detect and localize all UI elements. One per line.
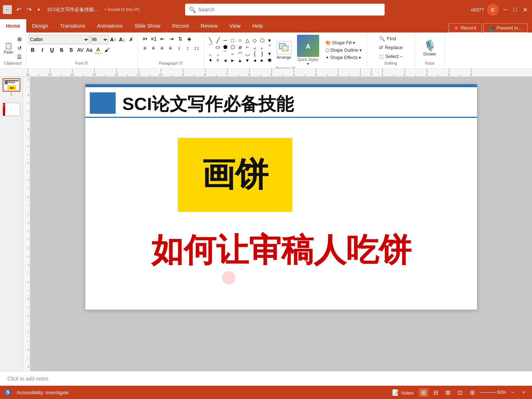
user-avatar[interactable]: C	[487, 4, 499, 16]
charspace-button[interactable]: AV	[76, 46, 85, 54]
undo-button[interactable]: ↶	[15, 6, 23, 14]
numbering-button[interactable]: ≡1	[150, 35, 158, 43]
shape-item[interactable]: ⌒	[221, 50, 229, 57]
shape-item[interactable]: ╱	[214, 37, 222, 44]
convert-to-smartart-button[interactable]: ◈	[185, 35, 193, 43]
view-slide-sorter-button[interactable]: ⊟	[431, 388, 440, 397]
shadow-button[interactable]: S	[67, 45, 76, 54]
shape-item[interactable]: ▾	[266, 50, 274, 57]
slide-title[interactable]: SCI论文写作必备技能	[122, 92, 294, 116]
maximize-button[interactable]: □	[512, 6, 518, 14]
shape-item[interactable]: ⬡	[258, 37, 266, 44]
yellow-box[interactable]: 画饼	[178, 138, 292, 212]
slide-thumb-2[interactable]: 文	[3, 103, 20, 116]
tab-transitions[interactable]: Transitions	[54, 19, 91, 33]
notes-bar[interactable]: Click to add notes	[0, 371, 532, 386]
align-right-button[interactable]: ≡	[158, 44, 166, 52]
shape-fill-button[interactable]: 🎨 Shape Fill▾	[324, 40, 363, 46]
slide-blue-rectangle[interactable]	[90, 92, 116, 114]
present-button[interactable]: 📺 Present in...	[483, 23, 528, 33]
slide-thumbnail[interactable]: SCI论文 画饼 如何让审稿人吃饼 1	[3, 78, 20, 92]
shape-item[interactable]: ⌣	[229, 50, 237, 57]
shape-item[interactable]: ◡	[243, 50, 252, 57]
shape-item[interactable]: ╲	[207, 37, 215, 44]
shape-item[interactable]: ⌒	[207, 44, 215, 50]
shape-item[interactable]: {	[251, 50, 259, 57]
quick-styles-preview[interactable]: A	[297, 35, 319, 57]
decrease-font-button[interactable]: A↓	[118, 35, 126, 44]
find-button[interactable]: 🔍 Find	[377, 35, 405, 42]
font-name-select[interactable]: Calibri	[28, 35, 89, 44]
replace-button[interactable]: ⇄ Replace	[377, 44, 405, 51]
shape-item[interactable]: ⌐	[243, 44, 252, 50]
slide-area[interactable]: SCI论文写作必备技能 画饼 如何让审稿人吃饼	[30, 77, 532, 371]
shape-item[interactable]: ▾	[266, 37, 274, 44]
zoom-out-button[interactable]: −	[509, 388, 516, 396]
slide-canvas[interactable]: SCI论文写作必备技能 画饼 如何让审稿人吃饼	[85, 84, 477, 310]
shape-item[interactable]: ✱	[266, 57, 274, 64]
font-expand-icon[interactable]: ⊡	[85, 61, 88, 65]
shape-item[interactable]: ─	[221, 37, 229, 44]
shape-item[interactable]: ◇	[251, 37, 259, 44]
search-box[interactable]: 🔍	[185, 4, 385, 16]
tab-animations[interactable]: Animations	[91, 19, 128, 33]
clear-format-button[interactable]: ✗	[127, 35, 135, 44]
text-direction-button[interactable]: ⇅	[176, 35, 184, 43]
tab-help[interactable]: Help	[246, 19, 269, 33]
shape-effects-button[interactable]: ✦ Shape Effects▾	[324, 54, 363, 61]
tab-slideshow[interactable]: Slide Show	[129, 19, 166, 33]
tab-design[interactable]: Design	[26, 19, 54, 33]
strikethrough-button[interactable]: S	[57, 45, 66, 54]
shape-item[interactable]: }	[258, 50, 266, 57]
add-remove-space-button[interactable]: ↕↕	[192, 44, 201, 52]
align-left-button[interactable]: ≡	[141, 44, 149, 52]
zoom-slider[interactable]: ───── 60%	[480, 390, 506, 395]
fit-slide-button[interactable]: ⊞	[468, 388, 477, 397]
accessibility-label[interactable]: Accessibility: Investigate	[17, 390, 69, 395]
redo-button[interactable]: ↷	[25, 6, 33, 14]
back-button[interactable]: ←	[3, 5, 12, 14]
shape-item[interactable]: ◞	[214, 50, 222, 57]
shape-item[interactable]: ▸	[258, 57, 266, 64]
shape-item[interactable]: ⌞	[258, 44, 266, 50]
shape-item[interactable]: ▸	[229, 57, 237, 64]
shape-outline-button[interactable]: ⬡ Shape Outline▾	[324, 47, 363, 54]
line-spacing-button[interactable]: ↕	[184, 44, 192, 52]
shape-item[interactable]: ◠	[236, 50, 244, 57]
zoom-in-button[interactable]: +	[520, 388, 528, 396]
shape-item[interactable]: ⌟	[251, 44, 259, 50]
minimize-button[interactable]: ─	[502, 6, 509, 14]
justify-button[interactable]: ≡	[166, 44, 174, 52]
shape-item[interactable]: ⌀	[236, 44, 244, 50]
layout-button[interactable]: ⊞	[16, 35, 24, 43]
view-reader-button[interactable]: ⊡	[456, 388, 465, 397]
shape-item[interactable]: ⬟	[221, 44, 229, 50]
shape-item[interactable]: ⬠	[229, 44, 237, 50]
shape-item[interactable]: ▿	[214, 57, 222, 64]
paste-button[interactable]: 📋 Paste	[2, 41, 15, 55]
customize-button[interactable]: ▾	[36, 6, 41, 13]
select-button[interactable]: ⬚ Select ~	[377, 52, 405, 60]
shape-item[interactable]: ▴	[236, 57, 244, 64]
shape-item[interactable]: ○	[236, 37, 244, 44]
align-center-button[interactable]: ≡	[149, 44, 157, 52]
shape-item[interactable]: ▭	[214, 44, 222, 50]
highlight-button[interactable]: 🖌	[103, 46, 111, 54]
section-button[interactable]: ☰	[16, 53, 24, 61]
tab-review[interactable]: Review	[195, 19, 224, 33]
view-outline-button[interactable]: ⊠	[443, 388, 453, 397]
shape-item[interactable]: ◂	[221, 57, 229, 64]
bold-button[interactable]: B	[28, 45, 37, 54]
increase-font-button[interactable]: A↑	[109, 35, 117, 44]
underline-button[interactable]: U	[48, 45, 57, 54]
shape-item[interactable]: △	[243, 37, 252, 44]
view-normal-button[interactable]: ⊞	[419, 388, 428, 397]
columns-button[interactable]: ⫶	[175, 44, 183, 52]
increase-indent-button[interactable]: ⇥	[167, 35, 175, 43]
quick-styles-expand[interactable]: ▾	[307, 62, 309, 66]
italic-button[interactable]: I	[38, 45, 47, 54]
tab-record[interactable]: Record	[166, 19, 195, 33]
paragraph-expand-icon[interactable]: ⊡	[179, 61, 183, 65]
drawing-expand-icon[interactable]: ⊡	[292, 66, 295, 69]
red-chinese-text[interactable]: 如何让审稿人吃饼	[104, 228, 458, 272]
